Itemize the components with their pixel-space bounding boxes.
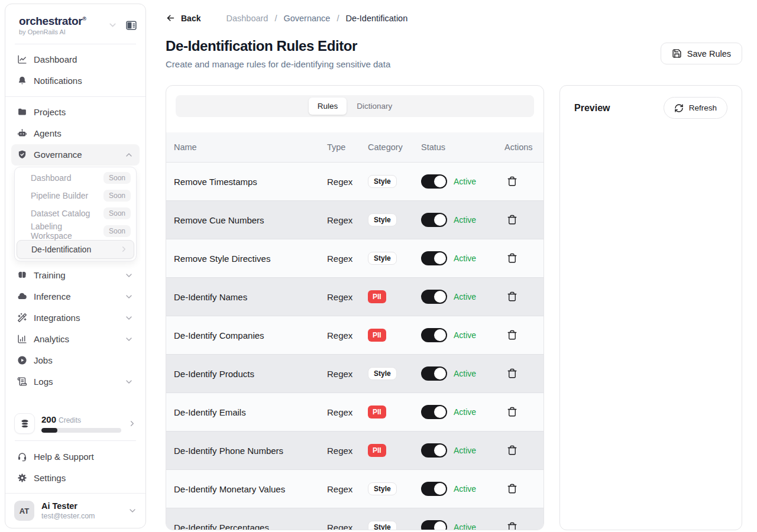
sidebar-item-training[interactable]: Training: [11, 265, 140, 286]
table-body: Remove Timestamps Regex Style Active Rem…: [166, 163, 544, 530]
submenu-item-dataset-catalog[interactable]: Dataset Catalog Soon: [17, 205, 134, 222]
sidebar-bottom: 200Credits Help & Support Settings AT Ai…: [5, 408, 145, 528]
submenu-item-de-identification[interactable]: De-Identification: [17, 240, 134, 259]
table-header: Name Type Category Status Actions: [166, 132, 544, 163]
refresh-button[interactable]: Refresh: [664, 97, 727, 119]
sidebar-item-governance[interactable]: Governance: [11, 144, 140, 166]
status-toggle[interactable]: [421, 174, 447, 189]
sidebar-item-dashboard[interactable]: Dashboard: [11, 49, 140, 70]
submenu-item-label: Dashboard: [31, 173, 72, 183]
submenu-item-label: Dataset Catalog: [31, 209, 90, 218]
user-name: Ai Tester: [41, 501, 121, 511]
shield-check-icon: [17, 150, 27, 160]
status-toggle[interactable]: [421, 443, 447, 458]
delete-button[interactable]: [504, 289, 520, 304]
status-toggle[interactable]: [421, 405, 447, 419]
chevron-right-icon: [128, 419, 137, 428]
tab-dictionary[interactable]: Dictionary: [348, 98, 401, 115]
refresh-label: Refresh: [689, 103, 717, 112]
status-toggle[interactable]: [421, 520, 447, 530]
trash-icon: [507, 484, 517, 494]
trash-icon: [507, 176, 517, 187]
sidebar-nav-footer: Help & Support Settings: [5, 441, 145, 493]
breadcrumb-governance[interactable]: Governance: [283, 14, 330, 23]
sidebar-item-label: Settings: [34, 473, 66, 483]
status-toggle[interactable]: [421, 366, 447, 381]
delete-button[interactable]: [504, 404, 520, 420]
status-label: Active: [454, 523, 476, 530]
delete-button[interactable]: [504, 443, 520, 458]
sidebar-item-notifications[interactable]: Notifications: [11, 70, 140, 92]
registered-mark: ®: [82, 16, 86, 22]
brand-block: orchestrator® by OpenRails AI: [19, 15, 108, 35]
trash-icon: [507, 522, 517, 530]
trash-icon: [507, 215, 517, 225]
chevron-down-icon: [128, 506, 137, 515]
scroll-text-icon: [17, 377, 27, 387]
bot-icon: [17, 128, 27, 138]
submenu-item-dashboard[interactable]: Dashboard Soon: [17, 169, 134, 187]
status-toggle[interactable]: [421, 213, 447, 227]
delete-button[interactable]: [504, 366, 520, 381]
breadcrumb-dashboard[interactable]: Dashboard: [226, 14, 268, 23]
sidebar-item-analytics[interactable]: Analytics: [11, 329, 140, 350]
delete-button[interactable]: [504, 327, 520, 343]
back-button[interactable]: Back: [166, 13, 200, 23]
sidebar-item-logs[interactable]: Logs: [11, 371, 140, 392]
chevron-down-icon[interactable]: [108, 20, 118, 30]
delete-button[interactable]: [504, 481, 520, 497]
delete-button[interactable]: [504, 520, 520, 530]
submenu-item-label: Pipeline Builder: [31, 191, 88, 200]
rule-name: De-Identify Percentages: [174, 523, 327, 531]
delete-button[interactable]: [504, 174, 520, 189]
table-row: De-Identify Companies Regex PII Active: [166, 316, 544, 355]
sidebar-item-integrations[interactable]: Integrations: [11, 307, 140, 329]
tab-rules[interactable]: Rules: [309, 98, 347, 115]
content-row: Rules Dictionary Name Type Category Stat…: [166, 85, 742, 530]
column-header-status: Status: [421, 142, 494, 152]
save-rules-button[interactable]: Save Rules: [661, 43, 742, 64]
rule-name: De-Identify Companies: [174, 330, 327, 340]
coins-icon: [14, 413, 35, 434]
sidebar-item-inference[interactable]: Inference: [11, 286, 140, 307]
sidebar-item-jobs[interactable]: Jobs: [11, 350, 140, 371]
delete-button[interactable]: [504, 212, 520, 228]
sidebar-collapse-icon[interactable]: [125, 20, 137, 31]
save-icon: [672, 48, 682, 59]
status-label: Active: [454, 330, 476, 340]
sidebar-item-label: Logs: [34, 377, 53, 387]
credits-widget[interactable]: 200Credits: [5, 408, 145, 440]
wand-sparkles-icon: [17, 313, 27, 323]
status-label: Active: [454, 369, 476, 378]
submenu-item-pipeline-builder[interactable]: Pipeline Builder Soon: [17, 187, 134, 205]
app-logo: orchestrator®: [19, 15, 108, 28]
sidebar-item-settings[interactable]: Settings: [11, 467, 140, 488]
rule-type: Regex: [327, 254, 368, 264]
table-row: De-Identify Monetary Values Regex Style …: [166, 470, 544, 508]
logo-row: orchestrator® by OpenRails AI: [5, 4, 145, 44]
rule-name: De-Identify Monetary Values: [174, 484, 327, 494]
status-toggle[interactable]: [421, 251, 447, 265]
sidebar-item-projects[interactable]: Projects: [11, 102, 140, 123]
category-badge: PII: [368, 329, 386, 342]
sidebar-item-help-support[interactable]: Help & Support: [11, 446, 140, 467]
rule-type: Regex: [327, 215, 368, 225]
sidebar-item-label: Governance: [34, 150, 82, 160]
status-toggle[interactable]: [421, 482, 447, 496]
category-badge: Style: [368, 175, 397, 188]
headset-icon: [17, 452, 27, 462]
chart-line-icon: [17, 54, 27, 64]
category-badge: Style: [368, 213, 397, 226]
chevron-up-icon: [124, 150, 134, 160]
status-toggle[interactable]: [421, 328, 447, 342]
submenu-item-labeling-workspace[interactable]: Labeling Workspace Soon: [17, 222, 134, 240]
status-toggle[interactable]: [421, 290, 447, 304]
delete-button[interactable]: [504, 251, 520, 266]
governance-submenu: Dashboard Soon Pipeline Builder Soon Dat…: [14, 167, 137, 261]
folder-icon: [17, 107, 27, 117]
soon-badge: Soon: [103, 207, 131, 219]
user-menu[interactable]: AT Ai Tester test@tester.com: [5, 493, 145, 528]
submenu-item-label: De-Identification: [31, 245, 91, 254]
sidebar-item-agents[interactable]: Agents: [11, 123, 140, 144]
category-badge: PII: [368, 290, 386, 303]
